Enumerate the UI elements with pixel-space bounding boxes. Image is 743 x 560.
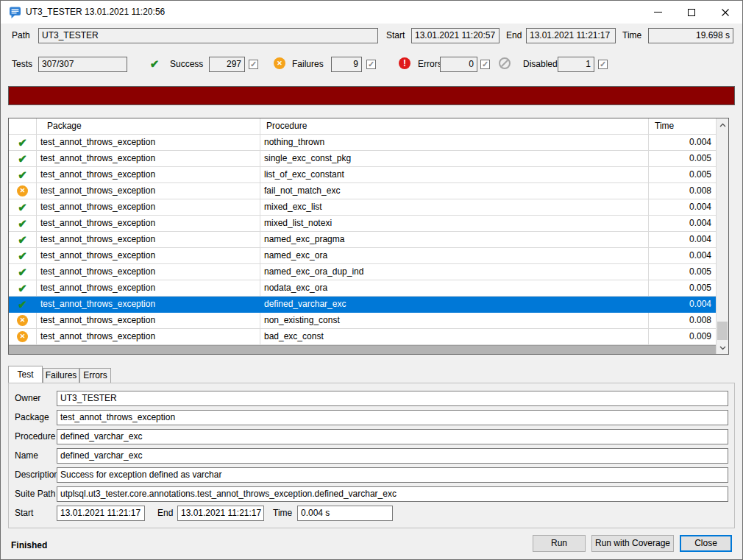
procedure-field[interactable]: defined_varchar_exc <box>57 429 728 444</box>
table-row[interactable]: test_annot_throws_exceptionnamed_exc_ora… <box>9 248 716 264</box>
name-field[interactable]: defined_varchar_exc <box>57 448 728 464</box>
cell-procedure: named_exc_pragma <box>260 232 649 247</box>
cell-time: 0.004 <box>649 297 716 312</box>
run-button[interactable]: Run <box>533 535 586 552</box>
app-window: UT3_TESTER 13.01.2021 11:20:56 Path UT3_… <box>0 0 743 560</box>
detail-row: Owner UT3_TESTER <box>15 391 728 406</box>
cell-package: test_annot_throws_exception <box>37 135 260 150</box>
header-package[interactable]: Package <box>37 118 260 134</box>
table-row[interactable]: test_annot_throws_exceptionbad_exc_const… <box>9 329 716 345</box>
suite-path-field[interactable]: utplsql.ut3_tester.core.annotations.test… <box>57 486 728 502</box>
name-label: Name <box>15 448 57 464</box>
owner-label: Owner <box>15 391 57 406</box>
cell-package: test_annot_throws_exception <box>37 280 260 296</box>
detail-timing-row: Start 13.01.2021 11:21:17 End 13.01.2021… <box>15 506 728 521</box>
header-time[interactable]: Time <box>649 118 716 134</box>
disabled-count-field[interactable]: 1 <box>558 57 594 72</box>
header-procedure[interactable]: Procedure <box>260 118 649 134</box>
minimize-button[interactable] <box>641 1 675 24</box>
table-row[interactable]: test_annot_throws_exceptionmixed_exc_lis… <box>9 199 716 216</box>
tab-errors[interactable]: Errors <box>79 368 111 383</box>
table-bottom-strip <box>9 345 716 354</box>
success-icon <box>17 234 28 245</box>
table-row[interactable]: test_annot_throws_exceptionfail_not_matc… <box>9 183 716 199</box>
path-field[interactable]: UT3_TESTER <box>38 28 378 43</box>
table-row[interactable]: test_annot_throws_exceptionmixed_list_no… <box>9 216 716 232</box>
cell-time: 0.005 <box>649 280 716 296</box>
detail-end-label: End <box>157 506 177 521</box>
detail-row: Suite Path utplsql.ut3_tester.core.annot… <box>15 486 728 502</box>
end-field[interactable]: 13.01.2021 11:21:17 <box>526 28 616 43</box>
table-row[interactable]: test_annot_throws_exceptionnothing_throw… <box>9 135 716 151</box>
cell-procedure: named_exc_ora <box>260 248 649 263</box>
errors-checkbox[interactable] <box>480 60 490 69</box>
failures-label: Failures <box>292 57 324 72</box>
cell-package: test_annot_throws_exception <box>37 167 260 182</box>
table-row[interactable]: test_annot_throws_exceptiondefined_varch… <box>9 297 716 313</box>
detail-row: Name defined_varchar_exc <box>15 448 728 464</box>
time-field[interactable]: 19.698 s <box>648 28 733 43</box>
run-with-coverage-button[interactable]: Run with Coverage <box>591 535 674 552</box>
cell-procedure: bad_exc_const <box>260 329 649 344</box>
tab-test-label: Test <box>17 369 33 380</box>
error-icon <box>399 57 410 69</box>
minimize-icon <box>654 12 662 13</box>
table-row[interactable]: test_annot_throws_exceptionlist_of_exc_c… <box>9 167 716 183</box>
package-label: Package <box>15 410 57 425</box>
success-icon <box>17 250 28 261</box>
success-checkbox[interactable] <box>249 60 258 69</box>
start-field[interactable]: 13.01.2021 11:20:57 <box>411 28 500 43</box>
close-window-button[interactable] <box>708 1 742 24</box>
table-row[interactable]: test_annot_throws_exceptionnamed_exc_pra… <box>9 232 716 248</box>
scroll-up-button[interactable] <box>717 118 728 131</box>
table-row[interactable]: test_annot_throws_exceptionnodata_exc_or… <box>9 280 716 297</box>
failure-icon <box>17 331 28 342</box>
tab-failures[interactable]: Failures <box>43 368 79 383</box>
cell-package: test_annot_throws_exception <box>37 216 260 231</box>
package-field[interactable]: test_annot_throws_exception <box>57 410 728 425</box>
failures-checkbox[interactable] <box>366 60 376 69</box>
detail-time-field[interactable]: 0.004 s <box>297 506 393 521</box>
status-cell <box>9 135 37 150</box>
errors-count-field[interactable]: 0 <box>440 57 477 72</box>
scrollbar-thumb[interactable] <box>717 322 728 340</box>
disabled-icon <box>499 57 511 69</box>
success-icon <box>17 299 28 310</box>
cell-procedure: non_existing_const <box>260 313 649 328</box>
description-field[interactable]: Success for exception defined as varchar <box>57 467 728 483</box>
chevron-up-icon <box>719 123 726 127</box>
cell-time: 0.008 <box>649 183 716 199</box>
table-row[interactable]: test_annot_throws_exceptionnon_existing_… <box>9 313 716 329</box>
detail-start-field[interactable]: 13.01.2021 11:21:17 <box>57 506 145 521</box>
tab-errors-label: Errors <box>83 370 107 380</box>
cell-procedure: list_of_exc_constant <box>260 167 649 182</box>
cell-time: 0.008 <box>649 313 716 328</box>
results-table: Package Procedure Time test_annot_throws… <box>8 118 729 355</box>
errors-label: Errors <box>418 57 442 72</box>
close-icon <box>721 8 730 17</box>
table-row[interactable]: test_annot_throws_exceptionsingle_exc_co… <box>9 151 716 167</box>
maximize-button[interactable] <box>675 1 708 24</box>
detail-end-field[interactable]: 13.01.2021 11:21:17 <box>177 506 264 521</box>
header-status[interactable] <box>9 118 37 134</box>
success-count-field[interactable]: 297 <box>209 57 245 72</box>
success-icon <box>17 266 28 277</box>
detail-start-label: Start <box>15 506 57 521</box>
close-button[interactable]: Close <box>680 535 732 552</box>
tests-field[interactable]: 307/307 <box>38 57 127 72</box>
detail-time-label: Time <box>273 506 297 521</box>
status-cell <box>9 248 37 263</box>
success-icon <box>17 202 28 213</box>
vertical-scrollbar[interactable] <box>716 118 728 354</box>
tab-test[interactable]: Test <box>8 366 43 383</box>
scroll-down-button[interactable] <box>717 341 728 354</box>
cell-time: 0.004 <box>649 199 716 215</box>
owner-field[interactable]: UT3_TESTER <box>57 391 728 406</box>
table-row[interactable]: test_annot_throws_exceptionnamed_exc_ora… <box>9 264 716 280</box>
results-table-body: test_annot_throws_exceptionnothing_throw… <box>9 135 716 345</box>
cell-procedure: nodata_exc_ora <box>260 280 649 296</box>
failures-count-field[interactable]: 9 <box>331 57 362 72</box>
disabled-checkbox[interactable] <box>598 60 608 69</box>
status-cell <box>9 216 37 231</box>
window-title: UT3_TESTER 13.01.2021 11:20:56 <box>26 1 165 24</box>
